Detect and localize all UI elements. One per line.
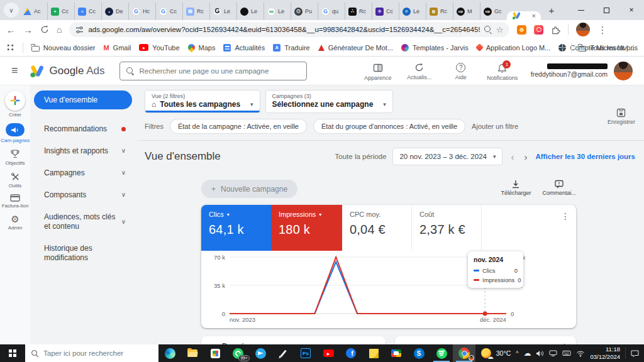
account-avatar[interactable] xyxy=(614,62,633,80)
window-minimize-button[interactable] xyxy=(569,0,594,20)
browser-tab[interactable]: ep Le xyxy=(264,3,291,20)
rail-item-admin[interactable]: ⚙ Admin xyxy=(1,214,30,231)
display-cast-icon[interactable] xyxy=(549,350,557,356)
all-favorites[interactable]: Tous les favoris xyxy=(578,44,638,52)
extensions-puzzle-icon[interactable] xyxy=(551,25,560,35)
rail-item-create[interactable]: Créer xyxy=(1,90,30,118)
dropdown-arrow-icon[interactable]: ▾ xyxy=(319,212,321,217)
reload-button[interactable] xyxy=(40,25,49,34)
taskbar-photoshop[interactable]: Ps xyxy=(294,344,317,362)
browser-tab[interactable]: Le xyxy=(236,3,264,20)
taskbar-chrome[interactable] xyxy=(453,344,475,362)
bookmark-item[interactable]: Actualités xyxy=(223,44,265,52)
browser-tab[interactable]: Ac xyxy=(20,3,47,20)
dropdown-arrow-icon[interactable]: ▾ xyxy=(227,212,230,217)
nav-item-campaigns[interactable]: Campagnes ∨ xyxy=(34,162,132,184)
taskbar-clock[interactable]: 11:18 03/12/2024 xyxy=(590,346,620,361)
nav-item-insights[interactable]: Insights et rapports ∨ xyxy=(34,140,132,162)
hamburger-menu-icon[interactable]: ≡ xyxy=(11,64,18,77)
date-range-picker[interactable]: 20 nov. 2023 – 3 déc. 2024 ▾ xyxy=(392,148,502,165)
tab-search-chevron-icon[interactable]: ∨ xyxy=(4,3,19,18)
taskbar-edge[interactable] xyxy=(158,344,181,362)
bookmark-item[interactable]: A Traduire xyxy=(273,44,310,52)
add-filter-button[interactable]: Ajouter un filtre xyxy=(472,123,518,130)
browser-tab[interactable]: ∴ Rc xyxy=(345,3,372,20)
bookmark-item[interactable]: Maps xyxy=(188,44,216,52)
taskbar-search-input[interactable] xyxy=(43,349,152,357)
browser-tab[interactable]: G qu xyxy=(318,3,345,20)
taskbar-facebook[interactable]: f xyxy=(340,344,362,362)
nav-item-overview[interactable]: Vue d'ensemble xyxy=(34,90,132,109)
window-maximize-button[interactable] xyxy=(594,0,619,20)
site-info-icon[interactable] xyxy=(75,26,84,34)
browser-tab[interactable]: B Rc xyxy=(426,3,453,20)
taskbar-store[interactable] xyxy=(204,344,226,362)
taskbar-sticky-notes[interactable] xyxy=(362,344,385,362)
nav-item-recommendations[interactable]: Recommandations xyxy=(34,118,132,140)
new-campaign-button[interactable]: + Nouvelle campagne xyxy=(201,180,297,198)
taskbar-explorer[interactable] xyxy=(181,344,204,362)
ads-search-input[interactable] xyxy=(139,67,300,75)
previous-period-arrow[interactable]: ‹ xyxy=(509,151,516,162)
browser-tab[interactable]: + Cc xyxy=(47,3,74,20)
temperature[interactable]: 30°C xyxy=(496,349,511,357)
extension-icon-1[interactable] xyxy=(517,25,526,35)
campaign-selector[interactable]: Campagnes (3) Sélectionnez une campagne … xyxy=(265,90,393,113)
browser-profile-avatar[interactable] xyxy=(576,23,590,36)
window-close-button[interactable]: × xyxy=(619,0,644,20)
apps-grid-icon[interactable] xyxy=(6,43,14,52)
taskbar-pen-tool[interactable] xyxy=(272,344,294,362)
refresh-button[interactable]: Actualis... xyxy=(400,61,439,80)
overview-chart-svg[interactable] xyxy=(230,251,506,320)
taskbar-search[interactable] xyxy=(25,344,158,362)
touch-keyboard-icon[interactable] xyxy=(562,350,571,356)
bookmarks-overflow-icon[interactable]: » xyxy=(561,43,565,52)
metric-card-impressions[interactable]: Impressions▾ 180 k xyxy=(271,205,342,251)
forward-button[interactable]: → xyxy=(23,25,33,35)
zoom-out-icon[interactable] xyxy=(484,26,492,33)
home-button[interactable]: ⌂ xyxy=(57,25,62,34)
taskbar-spotify[interactable] xyxy=(430,344,453,362)
taskbar-whatsapp[interactable]: 99+ xyxy=(226,344,249,362)
browser-tab[interactable]: ⚙ Pu xyxy=(291,3,318,20)
rail-item-campaigns[interactable]: Cam-pagnes xyxy=(1,123,30,143)
browser-tab[interactable]: e Le xyxy=(399,3,426,20)
rail-item-billing[interactable]: Factura-tion xyxy=(1,194,30,209)
browser-tab[interactable]: up M xyxy=(453,3,480,20)
new-tab-button[interactable]: + xyxy=(543,2,560,18)
help-button[interactable]: ? Aide xyxy=(441,61,480,80)
wifi-icon[interactable] xyxy=(576,350,585,357)
notifications-button[interactable]: 1 Notifications xyxy=(483,61,522,81)
browser-tab[interactable]: ▦ Rc xyxy=(182,3,209,20)
browser-tab[interactable]: G Hc xyxy=(128,3,155,20)
nav-item-change-history[interactable]: Historique des modifications xyxy=(34,238,132,269)
bookmark-star-icon[interactable]: ☆ xyxy=(496,25,504,35)
metric-card-cost[interactable]: Coût 2,37 k € xyxy=(412,205,482,251)
bookmark-item[interactable]: M Gmail xyxy=(103,44,131,52)
back-button[interactable]: ← xyxy=(6,25,16,35)
taskbar-meet[interactable] xyxy=(385,344,408,362)
bookmark-item[interactable]: Nouveau dossier xyxy=(31,44,96,52)
browser-tab[interactable]: up Gc xyxy=(480,3,507,20)
browser-tab[interactable]: ◗ De xyxy=(101,3,128,20)
account-info[interactable]: freddytihoun7@gmail.com xyxy=(531,62,633,80)
url-input[interactable] xyxy=(88,26,479,33)
action-center-icon[interactable] xyxy=(631,350,639,357)
save-button[interactable]: Enregistrer xyxy=(608,108,635,125)
ads-search-box[interactable] xyxy=(119,62,307,80)
download-button[interactable]: Télécharger xyxy=(501,180,531,196)
metric-card-avg-cpc[interactable]: CPC moy. 0,04 € xyxy=(342,205,412,251)
browser-tab[interactable]: ≡ Cc xyxy=(74,3,101,20)
tab-close-icon[interactable]: × xyxy=(532,12,536,19)
appearance-button[interactable]: Apparence xyxy=(358,61,397,81)
weather-icon[interactable]: ☁ xyxy=(481,348,491,358)
browser-tab[interactable]: G Le xyxy=(209,3,236,20)
filter-chip-adgroup-status[interactable]: État du groupe d'annonces : Activé, en v… xyxy=(313,119,465,134)
bookmark-item[interactable]: Application Logo M... xyxy=(477,44,551,52)
extension-icon-2[interactable] xyxy=(534,25,543,35)
bookmark-item[interactable]: Générateur De Mot... xyxy=(318,44,393,52)
next-period-arrow[interactable]: › xyxy=(522,151,529,162)
card-overflow-icon[interactable]: ⋮ xyxy=(561,211,570,221)
nav-item-components[interactable]: Composants ∨ xyxy=(34,184,132,206)
hidden-icons-chevron[interactable]: ^ xyxy=(516,350,518,356)
